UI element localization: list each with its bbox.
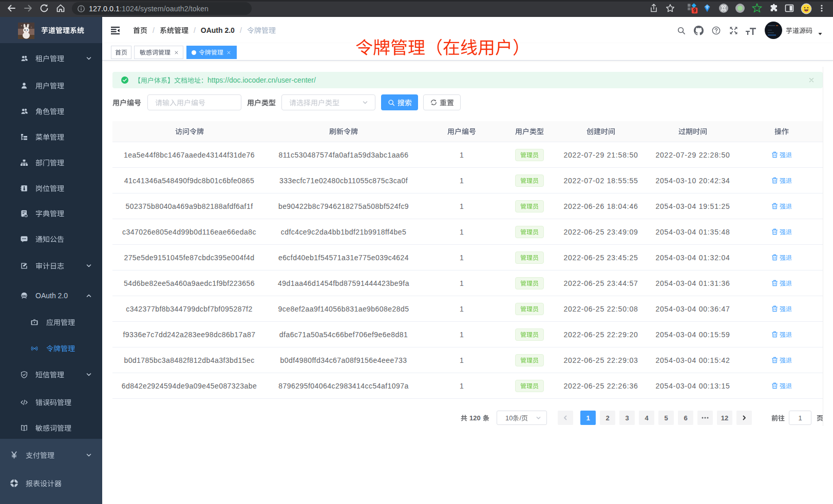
- svg-text:9: 9: [693, 8, 696, 13]
